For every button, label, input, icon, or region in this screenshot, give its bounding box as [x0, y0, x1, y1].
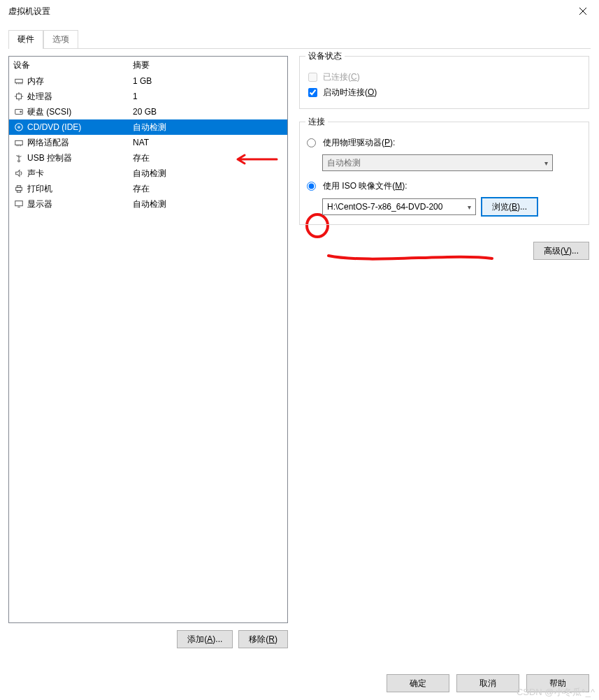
tab-hardware[interactable]: 硬件	[8, 30, 43, 48]
svg-point-15	[15, 124, 23, 131]
add-button[interactable]: 添加(A)...	[177, 630, 233, 648]
advanced-button[interactable]: 高级(V)...	[533, 242, 589, 260]
device-name: 打印机	[27, 183, 52, 195]
device-row[interactable]: 硬盘 (SCSI)20 GB	[9, 104, 287, 119]
cpu-icon	[13, 91, 24, 102]
tab-hardware-label: 硬件	[17, 34, 34, 45]
disk-icon	[13, 106, 24, 117]
iso-path-value: H:\CentOS-7-x86_64-DVD-200	[327, 202, 442, 212]
sound-icon	[13, 168, 24, 179]
printer-icon	[13, 183, 24, 194]
group-connection-title: 连接	[305, 116, 328, 128]
device-name: 网络适配器	[27, 137, 69, 149]
radio-physical-input[interactable]	[307, 138, 316, 147]
tab-options-label: 选项	[52, 34, 69, 45]
close-button[interactable]	[567, 0, 599, 22]
device-summary: 自动检测	[131, 122, 287, 133]
svg-rect-25	[16, 187, 22, 190]
tab-bar: 硬件 选项	[8, 31, 591, 49]
device-name: 硬盘 (SCSI)	[27, 106, 71, 118]
device-name: 声卡	[27, 168, 44, 180]
help-button[interactable]: 帮助	[526, 674, 589, 692]
svg-rect-28	[15, 201, 23, 206]
device-name: CD/DVD (IDE)	[27, 122, 81, 132]
device-name: 处理器	[27, 91, 52, 103]
left-column: 设备 摘要 内存1 GB处理器1硬盘 (SCSI)20 GBCD/DVD (ID…	[8, 56, 288, 659]
window-title: 虚拟机设置	[8, 6, 50, 17]
svg-rect-17	[15, 140, 23, 145]
device-name: 内存	[27, 75, 44, 87]
device-name: USB 控制器	[27, 152, 72, 164]
checkbox-connected: 已连接(C)	[307, 69, 582, 85]
device-summary: 自动检测	[131, 168, 287, 180]
device-name: 显示器	[27, 198, 52, 210]
device-list-box: 设备 摘要 内存1 GB处理器1硬盘 (SCSI)20 GBCD/DVD (ID…	[8, 56, 288, 623]
radio-physical-label: 使用物理驱动器(P):	[323, 137, 395, 149]
browse-button[interactable]: 浏览(B)...	[482, 198, 537, 216]
checkbox-connect-poweron-label: 启动时连接(O)	[323, 87, 377, 99]
close-icon	[579, 7, 587, 15]
right-column: 设备状态 已连接(C) 启动时连接(O) 连接 使用物理驱动器(P):	[299, 56, 591, 659]
cd-icon	[13, 122, 24, 133]
checkbox-connected-input	[308, 73, 317, 82]
radio-iso-input[interactable]	[307, 182, 316, 191]
cancel-button[interactable]: 取消	[456, 674, 519, 692]
iso-path-combo[interactable]: H:\CentOS-7-x86_64-DVD-200 ▾	[322, 198, 476, 215]
svg-rect-8	[17, 94, 22, 99]
device-row[interactable]: 网络适配器NAT	[9, 135, 287, 150]
remove-button[interactable]: 移除(R)	[238, 630, 288, 648]
svg-rect-27	[17, 191, 20, 193]
svg-point-16	[18, 126, 20, 129]
radio-iso-label: 使用 ISO 映像文件(M):	[323, 180, 407, 192]
nic-icon	[13, 137, 24, 148]
checkbox-connect-poweron-input[interactable]	[308, 88, 317, 97]
chevron-down-icon: ▾	[544, 159, 548, 167]
svg-rect-26	[17, 186, 20, 188]
checkbox-connect-poweron[interactable]: 启动时连接(O)	[307, 85, 582, 100]
group-device-status: 设备状态 已连接(C) 启动时连接(O)	[299, 56, 589, 109]
device-list-header: 设备 摘要	[9, 57, 287, 73]
group-device-status-title: 设备状态	[305, 50, 345, 62]
device-summary: 1 GB	[131, 76, 287, 86]
usb-icon	[13, 152, 24, 163]
radio-iso[interactable]: 使用 ISO 映像文件(M):	[307, 178, 582, 194]
device-row[interactable]: 打印机存在	[9, 181, 287, 196]
physical-drive-combo: 自动检测 ▾	[322, 154, 553, 171]
tab-options[interactable]: 选项	[43, 30, 78, 48]
titlebar: 虚拟机设置	[0, 0, 599, 24]
dialog-button-bar: 确定 取消 帮助	[0, 666, 599, 700]
device-row[interactable]: 显示器自动检测	[9, 196, 287, 212]
memory-icon	[13, 75, 24, 87]
group-connection: 连接 使用物理驱动器(P): 自动检测 ▾ 使用 ISO 映像文件(M):	[299, 122, 589, 225]
svg-point-14	[20, 111, 22, 112]
device-row[interactable]: 声卡自动检测	[9, 166, 287, 181]
device-summary: 存在	[131, 152, 287, 164]
header-summary: 摘要	[131, 59, 287, 71]
checkbox-connected-label: 已连接(C)	[323, 71, 360, 83]
device-row[interactable]: 内存1 GB	[9, 73, 287, 89]
physical-drive-value: 自动检测	[327, 157, 361, 169]
radio-physical[interactable]: 使用物理驱动器(P):	[307, 135, 582, 150]
device-summary: 自动检测	[131, 198, 287, 210]
device-summary: 20 GB	[131, 107, 287, 117]
svg-point-21	[18, 160, 20, 162]
device-list[interactable]: 内存1 GB处理器1硬盘 (SCSI)20 GBCD/DVD (IDE)自动检测…	[9, 73, 287, 622]
device-summary: 1	[131, 92, 287, 101]
header-device: 设备	[9, 59, 131, 71]
device-row[interactable]: USB 控制器存在	[9, 150, 287, 166]
device-summary: NAT	[131, 138, 287, 147]
ok-button[interactable]: 确定	[387, 674, 449, 692]
device-row[interactable]: 处理器1	[9, 89, 287, 104]
device-row[interactable]: CD/DVD (IDE)自动检测	[9, 119, 287, 135]
chevron-down-icon[interactable]: ▾	[468, 203, 471, 211]
display-icon	[13, 198, 24, 210]
svg-rect-3	[15, 79, 23, 82]
device-summary: 存在	[131, 183, 287, 195]
